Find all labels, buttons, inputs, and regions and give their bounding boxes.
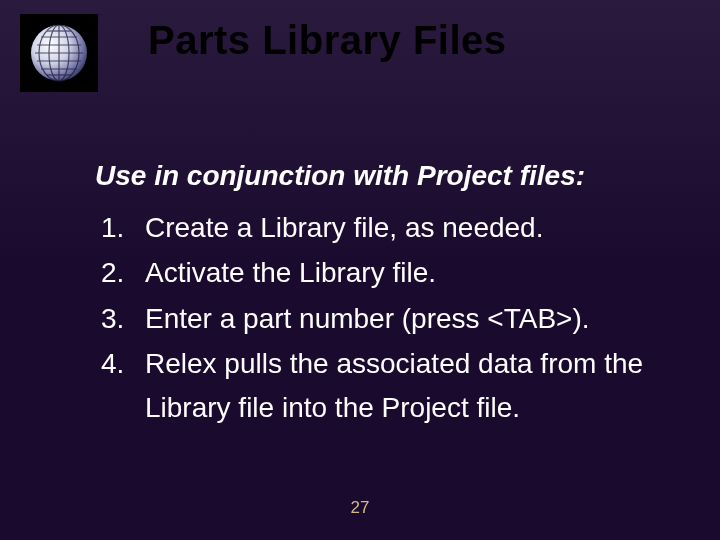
list-number: 1.: [95, 206, 145, 249]
list-number: 4.: [95, 342, 145, 429]
sphere-icon: [27, 21, 91, 85]
list-item: 2. Activate the Library file.: [95, 251, 670, 294]
slide-subtitle: Use in conjunction with Project files:: [95, 160, 670, 192]
list-text: Enter a part number (press <TAB>).: [145, 297, 670, 340]
slide-content: Use in conjunction with Project files: 1…: [95, 160, 670, 431]
slide-title: Parts Library Files: [148, 18, 507, 63]
list-number: 3.: [95, 297, 145, 340]
list-number: 2.: [95, 251, 145, 294]
list-text: Relex pulls the associated data from the…: [145, 342, 670, 429]
list-item: 4. Relex pulls the associated data from …: [95, 342, 670, 429]
list-text: Activate the Library file.: [145, 251, 670, 294]
list-text: Create a Library file, as needed.: [145, 206, 670, 249]
list-item: 3. Enter a part number (press <TAB>).: [95, 297, 670, 340]
list-item: 1. Create a Library file, as needed.: [95, 206, 670, 249]
slide: Parts Library Files Use in conjunction w…: [0, 0, 720, 540]
slide-logo: [20, 14, 98, 92]
page-number: 27: [0, 498, 720, 518]
